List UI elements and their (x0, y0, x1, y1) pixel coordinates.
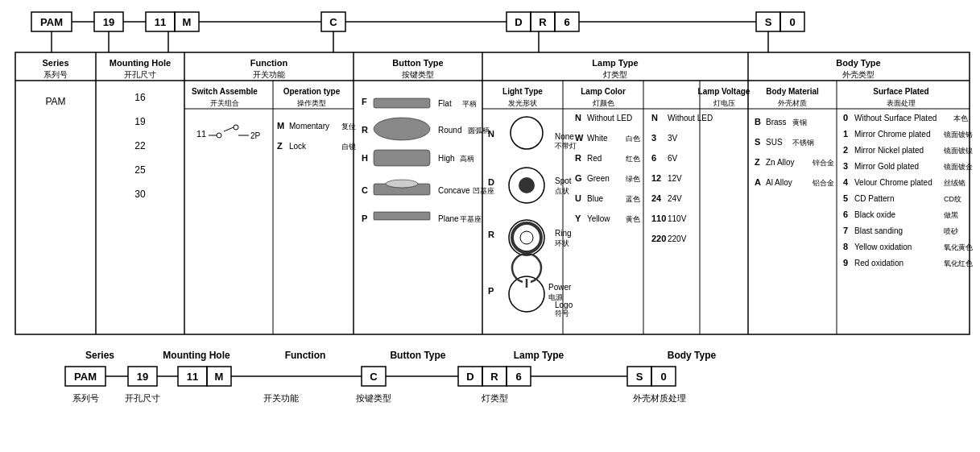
svg-rect-40 (374, 212, 430, 220)
bot-lamp-label: Lamp Type (513, 350, 564, 361)
bot-0: 0 (660, 371, 666, 383)
lt-r: R (488, 230, 494, 239)
red-en: Red (587, 154, 602, 163)
sp-8: 8 (843, 242, 848, 251)
green-en: Green (587, 174, 610, 183)
sp-0: 0 (843, 113, 848, 122)
lc-w: W (575, 133, 584, 143)
ring-en: Ring (555, 229, 572, 238)
bot-r: R (490, 371, 498, 383)
lv-12: 12 (651, 173, 661, 183)
lv-n: N (651, 113, 658, 122)
bot-c: C (370, 371, 378, 383)
without-led: Without LED (587, 114, 632, 122)
mounting-header-en: Mounting Hole (109, 58, 170, 68)
lc-u: U (575, 193, 581, 203)
lc-r: R (575, 153, 581, 163)
ring-zh: 环状 (555, 239, 569, 247)
green-zh: 绿色 (626, 175, 640, 183)
switch-2p: 2P (250, 131, 261, 140)
svg-line-32 (224, 127, 234, 131)
sp-9: 9 (843, 258, 848, 267)
bot-series-label: Series (85, 350, 114, 361)
lock-zh: 自锁 (341, 143, 356, 151)
220v: 220V (668, 234, 687, 243)
svg-rect-37 (374, 150, 430, 166)
logo-en: Logo (555, 301, 573, 309)
light-type-zh: 发光形状 (508, 99, 537, 107)
lv-3: 3 (651, 133, 656, 143)
bot-function-label: Function (284, 350, 325, 361)
high-zh: 高柄 (460, 155, 474, 163)
btn-h: H (362, 153, 368, 163)
without-led-v: Without LED (668, 114, 713, 122)
bot-s: S (635, 371, 643, 383)
series-value: PAM (45, 96, 65, 107)
lv-6: 6 (651, 153, 656, 163)
series-header-zh: 系列号 (43, 70, 68, 79)
yellow-en: Yellow (587, 214, 610, 223)
svg-point-49 (512, 223, 541, 252)
3v: 3V (668, 134, 678, 143)
bot-d: D (466, 371, 473, 383)
lamp-header-en: Lamp Type (592, 58, 638, 68)
none-zh: 不带灯 (555, 142, 577, 150)
sus-zh: 不锈钢 (792, 139, 814, 147)
110v: 110V (668, 214, 687, 223)
bot-button-label: Button Type (390, 350, 445, 361)
surface-zh: 表面处理 (887, 99, 916, 107)
12v: 12V (668, 174, 682, 183)
sp7-zh: 喷砂 (944, 227, 958, 235)
lt-n: N (488, 129, 494, 139)
body-header-zh: 外壳类型 (842, 70, 875, 79)
code-pam: PAM (40, 16, 63, 28)
bot-body-label: Body Type (667, 350, 716, 361)
mount-22: 22 (134, 140, 146, 151)
lt-p: P (488, 286, 494, 296)
momentary-zh: 复位 (341, 122, 356, 131)
high-en: High (438, 154, 455, 163)
lamp-color-en: Lamp Color (581, 87, 626, 96)
lv-110: 110 (651, 214, 666, 223)
svg-point-50 (520, 231, 533, 244)
btn-f: F (362, 97, 367, 106)
sp2-zh: 镜面镀镍 (943, 147, 973, 155)
sp7-en: Blast sanding (854, 226, 903, 235)
alalloy-zh: 铝合金 (812, 179, 834, 187)
lamp-voltage-zh: 灯电压 (713, 99, 734, 107)
light-type-en: Light Type (502, 87, 543, 96)
sp5-en: CD Pattern (854, 194, 894, 203)
sp6-zh: 做黑 (944, 211, 958, 219)
yellow-zh: 黄色 (626, 215, 640, 223)
btn-c: C (362, 185, 368, 195)
sp9-zh: 氧化红色 (944, 259, 973, 267)
svg-rect-35 (374, 98, 430, 108)
bot-body-zh: 外壳材质处理 (633, 393, 686, 403)
sus-en: SUS (766, 138, 783, 147)
6v: 6V (668, 154, 678, 163)
sp-2: 2 (843, 145, 848, 155)
bm-s: S (755, 137, 760, 147)
svg-point-31 (217, 133, 221, 138)
momentary-en: Momentary (289, 122, 329, 131)
main-diagram: PAM 19 11 M C D R 6 S 0 (7, 0, 974, 451)
button-header-zh: 按键类型 (402, 70, 434, 79)
sp4-en: Velour Chrome plated (854, 178, 932, 187)
code-d: D (515, 16, 522, 28)
m-code: M (277, 121, 284, 131)
bot-function-zh: 开关功能 (263, 393, 299, 403)
flat-zh: 平柄 (462, 100, 477, 108)
sp4-zh: 丝绒铬 (944, 179, 966, 187)
btn-p: P (362, 214, 367, 223)
op-type-zh: 操作类型 (297, 99, 326, 107)
white-zh: 白色 (626, 135, 640, 143)
code-r: R (539, 16, 547, 28)
sp9-en: Red oxidation (854, 259, 904, 267)
plane-zh: 平基座 (460, 215, 482, 223)
brass-en: Brass (766, 118, 787, 126)
bot-button-zh: 按键类型 (356, 393, 391, 403)
none-en: None (555, 132, 574, 141)
flat-en: Flat (438, 99, 452, 108)
svg-point-36 (374, 118, 430, 140)
lamp-color-zh: 灯颜色 (592, 99, 614, 107)
